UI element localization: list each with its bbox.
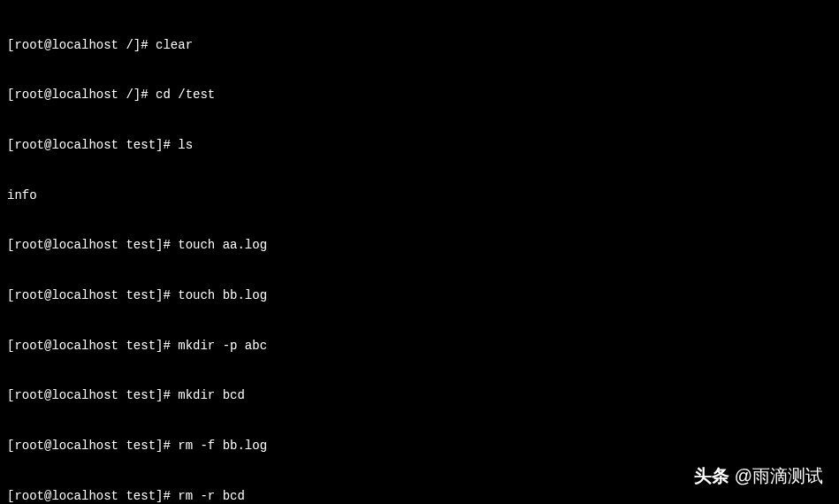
terminal-line: [root@localhost test]# rm -f bb.log bbox=[7, 438, 832, 454]
terminal-output[interactable]: [root@localhost /]# clear [root@localhos… bbox=[7, 4, 832, 504]
terminal-line: [root@localhost test]# mkdir bcd bbox=[7, 387, 832, 404]
terminal-line: [root@localhost test]# touch bb.log bbox=[7, 287, 832, 304]
watermark: 头条 @雨滴测试 bbox=[694, 464, 823, 488]
terminal-line: info bbox=[7, 187, 832, 204]
terminal-line: [root@localhost test]# rm -r bcd bbox=[7, 488, 832, 504]
watermark-handle: @雨滴测试 bbox=[735, 464, 823, 488]
watermark-label: 头条 bbox=[694, 464, 729, 488]
terminal-line: [root@localhost test]# ls bbox=[7, 137, 832, 154]
terminal-line: [root@localhost /]# clear bbox=[7, 37, 832, 54]
terminal-line: [root@localhost /]# cd /test bbox=[7, 87, 832, 103]
terminal-line: [root@localhost test]# mkdir -p abc bbox=[7, 338, 832, 355]
terminal-line: [root@localhost test]# touch aa.log bbox=[7, 237, 832, 254]
